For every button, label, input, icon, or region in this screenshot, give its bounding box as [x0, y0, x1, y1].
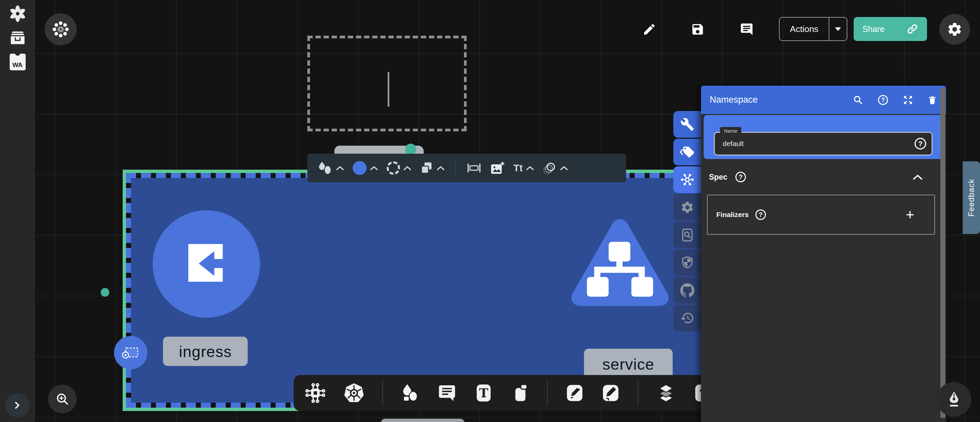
svg-text:?: ?	[881, 96, 885, 104]
flower-network-icon	[52, 20, 70, 38]
frame-tool[interactable]	[511, 383, 529, 403]
tab-preview[interactable]	[673, 222, 702, 248]
finalizers-label: Finalizers	[716, 211, 749, 219]
shapes-icon	[400, 383, 420, 403]
help-icon[interactable]: ?	[735, 171, 747, 183]
doc-search-icon	[680, 228, 694, 242]
selection-toolbar: Tt	[307, 154, 626, 182]
actions-dropdown-button[interactable]	[829, 18, 847, 40]
namespace-panel: Namespace ?	[701, 86, 946, 422]
share-button[interactable]: Share	[854, 17, 927, 41]
ink-pen-button[interactable]	[937, 382, 971, 417]
help-icon[interactable]: ?	[877, 94, 889, 106]
settings-button[interactable]	[939, 14, 970, 45]
app-logo[interactable]	[0, 4, 35, 23]
spec-label: Spec	[709, 173, 727, 182]
toolbar-divider	[382, 381, 383, 405]
left-rail: WA	[0, 0, 35, 422]
expand-icon[interactable]	[903, 95, 913, 105]
edit-button[interactable]	[642, 22, 657, 37]
connector-dot[interactable]	[405, 144, 416, 155]
fill-color-tool[interactable]	[353, 161, 378, 175]
wasm-button[interactable]: WA	[0, 54, 35, 70]
collapse-chevron-icon[interactable]	[913, 174, 923, 180]
tab-settings[interactable]	[673, 194, 702, 221]
tab-labels[interactable]	[673, 139, 702, 165]
ingress-node[interactable]	[153, 210, 260, 318]
shape-style-icon	[317, 161, 332, 175]
pinwheel-logo-icon	[8, 4, 27, 23]
tab-wrench[interactable]	[673, 111, 702, 138]
frame-tool-icon	[511, 383, 529, 403]
pen-tool-icon	[565, 383, 584, 403]
tab-github[interactable]	[673, 277, 702, 304]
name-input[interactable]	[714, 132, 932, 155]
comment-button[interactable]	[739, 22, 754, 37]
pencil-draw-tool[interactable]	[601, 383, 620, 403]
image-add-icon	[490, 161, 505, 175]
trash-icon[interactable]	[928, 95, 937, 105]
chevron-up-icon[interactable]	[403, 166, 411, 170]
wasm-label: WA	[12, 61, 23, 68]
text-cursor	[388, 72, 389, 107]
actions-button[interactable]: Actions	[780, 18, 829, 40]
panel-side-tabs	[673, 111, 702, 332]
stroke-style-tool[interactable]	[387, 161, 411, 175]
quick-add-button[interactable]	[45, 13, 77, 45]
bottom-toolbar: T	[294, 375, 724, 411]
ingress-label[interactable]: ingress	[163, 337, 248, 366]
service-node[interactable]	[567, 215, 673, 318]
chevron-up-icon[interactable]	[336, 166, 344, 170]
layers-icon	[656, 383, 676, 403]
svg-text:?: ?	[918, 140, 922, 148]
node-circuit-tool[interactable]	[305, 383, 326, 403]
save-button[interactable]	[690, 22, 705, 37]
search-icon[interactable]	[853, 95, 863, 105]
help-icon[interactable]: ?	[914, 137, 927, 150]
resize-tool[interactable]	[467, 161, 481, 175]
name-field-wrap: Name ?	[714, 132, 932, 155]
tab-topology[interactable]	[673, 166, 702, 193]
feedback-tab[interactable]: Feedback	[963, 161, 980, 234]
save-icon	[690, 22, 705, 36]
comment-tool[interactable]	[438, 383, 457, 403]
comment-tool-icon	[438, 383, 457, 403]
text-style-label: Tt	[513, 162, 523, 174]
expand-sidebar-button[interactable]	[5, 393, 29, 417]
opacity-icon	[542, 161, 557, 175]
panel-scrollbar[interactable]	[940, 88, 945, 418]
chevron-up-icon[interactable]	[437, 166, 445, 170]
chevron-up-icon[interactable]	[560, 166, 568, 170]
pencil-icon	[642, 22, 656, 36]
name-field-label: Name	[720, 127, 741, 135]
archive-button[interactable]	[0, 29, 35, 46]
connector-dot[interactable]	[101, 288, 109, 297]
namespace-badge[interactable]	[114, 336, 147, 369]
hidden-label-shape-bottom[interactable]	[381, 419, 465, 422]
tab-security[interactable]	[673, 249, 702, 276]
actions-split-button: Actions	[779, 17, 847, 41]
layers-tool[interactable]	[656, 383, 676, 403]
topology-icon	[680, 172, 695, 187]
wasm-icon: WA	[10, 54, 25, 70]
opacity-tool[interactable]	[542, 161, 568, 175]
text-box-selection[interactable]	[307, 36, 467, 131]
add-finalizer-button[interactable]: +	[906, 207, 914, 222]
pen-tool[interactable]	[565, 383, 584, 403]
image-add-tool[interactable]	[490, 161, 505, 175]
shape-style-tool[interactable]	[317, 161, 344, 175]
text-style-tool[interactable]: Tt	[513, 162, 534, 174]
zoom-in-button[interactable]	[48, 385, 77, 413]
kubernetes-tool[interactable]	[343, 382, 365, 404]
help-icon[interactable]: ?	[755, 209, 767, 221]
spec-section-header[interactable]: Spec ?	[709, 170, 938, 184]
text-tool[interactable]: T	[474, 383, 493, 403]
copy-style-tool[interactable]	[420, 161, 445, 175]
shapes-tool[interactable]	[400, 383, 420, 403]
chevron-up-icon[interactable]	[526, 166, 534, 170]
github-icon	[680, 283, 695, 298]
chevron-right-icon	[12, 400, 22, 411]
tab-history[interactable]	[673, 305, 702, 331]
chevron-up-icon[interactable]	[370, 166, 378, 170]
kubernetes-helm-icon	[343, 382, 365, 404]
